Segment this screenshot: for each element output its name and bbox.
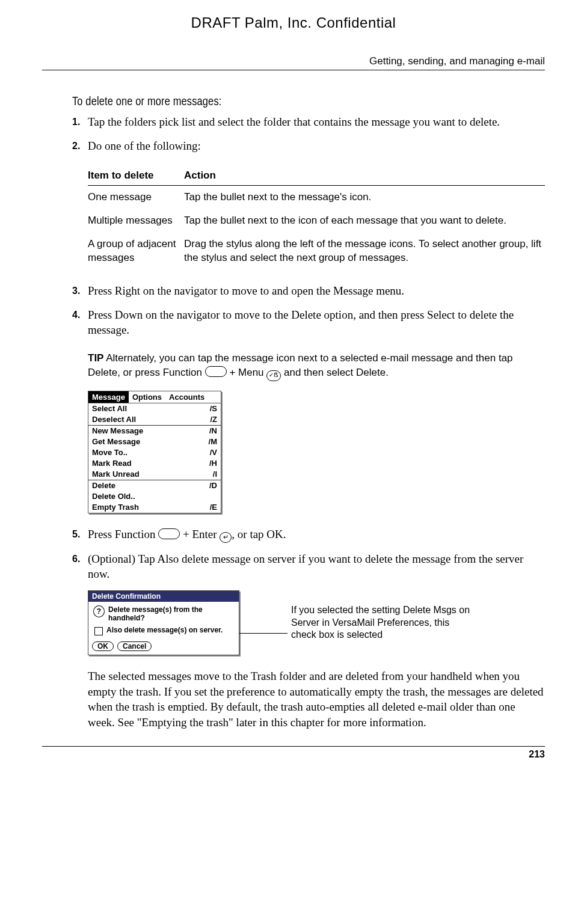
- step-3: 3. Press Right on the navigator to move …: [72, 283, 545, 299]
- cancel-button: Cancel: [117, 641, 152, 651]
- running-head: Getting, sending, and managing e-mail: [42, 55, 545, 70]
- dialog-screenshot: Delete Confirmation ? Delete message(s) …: [88, 590, 239, 655]
- table-cell: Tap the bullet next to the icon of each …: [184, 214, 545, 228]
- dialog-title: Delete Confirmation: [88, 591, 239, 602]
- step-text: Do one of the following:: [88, 138, 545, 154]
- step-4: 4. Press Down on the navigator to move t…: [72, 307, 545, 338]
- menu-item: Mark Unread/I: [88, 469, 221, 480]
- menu-item: New Message/N: [88, 425, 221, 436]
- menu-tab-message: Message: [88, 391, 129, 403]
- step-number: 4.: [72, 307, 88, 338]
- dialog-checkbox-label: Also delete message(s) on server.: [106, 626, 223, 635]
- menu-bar: Message Options Accounts: [88, 391, 221, 403]
- callout-line: [239, 633, 287, 634]
- tip-text-post: and then select Delete.: [281, 367, 389, 378]
- closing-paragraph: The selected messages move to the Trash …: [88, 669, 545, 730]
- tip-label: TIP: [88, 352, 103, 364]
- menu-item: Delete Old..: [88, 491, 221, 502]
- step-text: Press Down on the navigator to move to t…: [88, 307, 545, 338]
- menu-key-icon: ✓ẞ: [266, 370, 281, 381]
- function-key-icon: [205, 366, 227, 377]
- enter-key-icon: ↵: [220, 532, 232, 543]
- table-header: Item to delete Action: [88, 164, 545, 186]
- table-row: Multiple messages Tap the bullet next to…: [88, 209, 545, 233]
- step-number: 1.: [72, 114, 88, 130]
- step-number: 3.: [72, 283, 88, 299]
- table-header-cell: Action: [184, 169, 545, 183]
- step-number: 2.: [72, 138, 88, 154]
- step-text: (Optional) Tap Also delete message on se…: [88, 551, 545, 582]
- menu-item: Deselect All/Z: [88, 414, 221, 425]
- table-cell: Tap the bullet next to the message's ico…: [184, 191, 545, 204]
- menu-list: Select All/S Deselect All/Z New Message/…: [88, 403, 221, 513]
- menu-item: Move To../V: [88, 447, 221, 458]
- step-1: 1. Tap the folders pick list and select …: [72, 114, 545, 130]
- table-cell: A group of adjacent messages: [88, 237, 184, 265]
- menu-item: Get Message/M: [88, 436, 221, 447]
- menu-item: Delete/D: [88, 480, 221, 491]
- checkbox-icon: [94, 627, 103, 635]
- callout-text: If you selected the setting Delete Msgs …: [291, 604, 472, 641]
- page-footer: 213: [42, 746, 545, 760]
- step-5: 5. Press Function + Enter ↵, or tap OK.: [72, 527, 545, 543]
- tip-text-mid: + Menu: [227, 367, 267, 378]
- ok-button: OK: [92, 641, 114, 651]
- question-icon: ?: [93, 605, 105, 617]
- menu-item: Mark Read/H: [88, 458, 221, 469]
- menu-screenshot: Message Options Accounts Select All/S De…: [88, 391, 221, 513]
- menu-tab-accounts: Accounts: [165, 391, 208, 403]
- menu-item: Empty Trash/E: [88, 502, 221, 513]
- function-key-icon: [158, 528, 180, 539]
- dialog-message: Delete message(s) from the handheld?: [108, 605, 234, 622]
- table-cell: Multiple messages: [88, 214, 184, 228]
- menu-item: Select All/S: [88, 403, 221, 414]
- section-title: To delete one or more messages:: [72, 94, 460, 108]
- table-row: A group of adjacent messages Drag the st…: [88, 233, 545, 270]
- step-text: Press Function + Enter ↵, or tap OK.: [88, 527, 545, 543]
- step-2: 2. Do one of the following:: [72, 138, 545, 154]
- step-number: 6.: [72, 551, 88, 582]
- table-cell: Drag the stylus along the left of the me…: [184, 237, 545, 265]
- tip-block: TIP Alternately, you can tap the message…: [88, 351, 545, 381]
- draft-header: DRAFT Palm, Inc. Confidential: [42, 14, 545, 31]
- step-6: 6. (Optional) Tap Also delete message on…: [72, 551, 545, 582]
- step-text: Press Right on the navigator to move to …: [88, 283, 545, 299]
- table-row: One message Tap the bullet next to the m…: [88, 186, 545, 209]
- page-number: 213: [529, 749, 545, 759]
- table-cell: One message: [88, 191, 184, 204]
- menu-tab-options: Options: [129, 391, 165, 403]
- step-text: Tap the folders pick list and select the…: [88, 114, 545, 130]
- step-number: 5.: [72, 527, 88, 543]
- table-header-cell: Item to delete: [88, 169, 184, 183]
